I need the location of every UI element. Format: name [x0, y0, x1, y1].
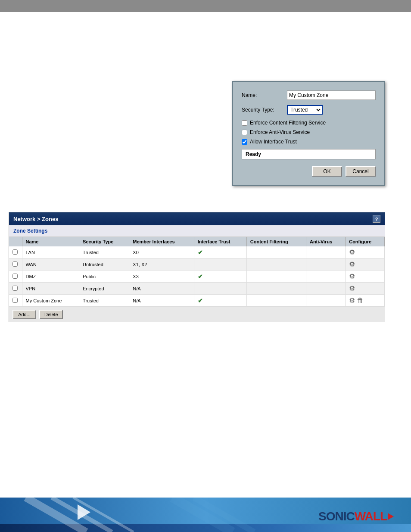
col-member-interfaces: Member Interfaces — [129, 237, 194, 246]
row-checkbox-cell — [9, 258, 22, 271]
row-configure: ⚙ — [346, 271, 385, 283]
add-zone-dialog: Name: Security Type: Trusted Untrusted P… — [232, 81, 385, 186]
name-input[interactable] — [287, 90, 376, 100]
row-checkbox[interactable] — [12, 286, 18, 291]
row-name: WAN — [22, 258, 79, 271]
security-type-row: Security Type: Trusted Untrusted Public … — [242, 105, 376, 115]
wall-text: WALL — [355, 510, 387, 523]
row-checkbox[interactable] — [12, 261, 18, 267]
checkbox-trust-row: Allow Interface Trust — [242, 139, 376, 145]
row-security-type: Trusted — [79, 295, 129, 307]
row-name: My Custom Zone — [22, 295, 79, 307]
row-checkbox-cell — [9, 295, 22, 307]
top-banner — [0, 0, 411, 12]
row-security-type: Public — [79, 271, 129, 283]
enforce-cfs-checkbox[interactable] — [242, 120, 247, 126]
add-button[interactable]: Add... — [12, 310, 36, 319]
row-content-filtering — [246, 271, 306, 283]
zone-settings-title: Zone Settings — [9, 225, 385, 237]
row-member-interfaces: N/A — [129, 283, 194, 295]
configure-icons: ⚙ — [349, 272, 381, 280]
checkbox-cfs-row: Enforce Content Filtering Service — [242, 120, 376, 126]
configure-edit-icon[interactable]: ⚙ — [349, 260, 355, 268]
row-content-filtering — [246, 295, 306, 307]
row-interface-trust — [194, 283, 246, 295]
table-row: LAN Trusted X0 ✔ ⚙ — [9, 246, 385, 258]
sonicwall-logo: SONICWALL — [318, 510, 394, 523]
col-interface-trust: Interface Trust — [194, 237, 246, 246]
configure-delete-icon[interactable]: 🗑 — [357, 297, 364, 305]
col-security-type: Security Type — [79, 237, 129, 246]
row-anti-virus — [306, 295, 345, 307]
status-text: Ready — [246, 151, 261, 157]
row-content-filtering — [246, 246, 306, 258]
row-name: DMZ — [22, 271, 79, 283]
row-configure: ⚙ — [346, 246, 385, 258]
row-member-interfaces: N/A — [129, 295, 194, 307]
dialog-wrapper: Name: Security Type: Trusted Untrusted P… — [0, 81, 411, 186]
sonic-text: SONIC — [318, 510, 355, 523]
name-row: Name: — [242, 90, 376, 100]
row-checkbox[interactable] — [12, 249, 18, 255]
configure-icons: ⚙ 🗑 — [349, 296, 381, 305]
row-content-filtering — [246, 258, 306, 271]
allow-interface-trust-checkbox[interactable] — [242, 139, 247, 145]
row-security-type: Trusted — [79, 246, 129, 258]
row-name: LAN — [22, 246, 79, 258]
name-label: Name: — [242, 92, 287, 98]
dialog-buttons: OK Cancel — [242, 166, 376, 177]
checkbox-av-row: Enforce Anti-Virus Service — [242, 129, 376, 135]
row-interface-trust: ✔ — [194, 295, 246, 307]
row-anti-virus — [306, 246, 345, 258]
configure-icons: ⚙ — [349, 260, 381, 268]
col-name: Name — [22, 237, 79, 246]
configure-edit-icon[interactable]: ⚙ — [349, 296, 355, 305]
row-member-interfaces: X0 — [129, 246, 194, 258]
row-anti-virus — [306, 271, 345, 283]
zones-table: Name Security Type Member Interfaces Int… — [9, 237, 385, 307]
checkmark-icon: ✔ — [198, 249, 203, 256]
row-checkbox-cell — [9, 283, 22, 295]
table-row: VPN Encrypted N/A ⚙ — [9, 283, 385, 295]
logo-arrow-icon — [388, 513, 394, 520]
enforce-av-checkbox[interactable] — [242, 130, 247, 135]
table-footer: Add... Delete — [9, 307, 385, 322]
allow-interface-trust-label: Allow Interface Trust — [250, 139, 297, 145]
checkmark-icon: ✔ — [198, 273, 203, 280]
play-icon-wrapper — [78, 504, 90, 520]
security-type-label: Security Type: — [242, 107, 287, 113]
row-security-type: Encrypted — [79, 283, 129, 295]
row-interface-trust — [194, 258, 246, 271]
col-anti-virus: Anti-Virus — [306, 237, 345, 246]
svg-line-0 — [26, 498, 86, 532]
row-name: VPN — [22, 283, 79, 295]
row-security-type: Untrusted — [79, 258, 129, 271]
cancel-button[interactable]: Cancel — [346, 166, 376, 177]
row-anti-virus — [306, 258, 345, 271]
row-content-filtering — [246, 283, 306, 295]
table-row: WAN Untrusted X1, X2 ⚙ — [9, 258, 385, 271]
row-interface-trust: ✔ — [194, 271, 246, 283]
ok-button[interactable]: OK — [312, 166, 342, 177]
row-configure: ⚙ 🗑 — [346, 295, 385, 307]
status-box: Ready — [242, 149, 376, 159]
bottom-branding: SONICWALL — [0, 489, 411, 532]
delete-button[interactable]: Delete — [39, 310, 63, 319]
row-configure: ⚙ — [346, 258, 385, 271]
play-triangle-icon — [78, 504, 90, 520]
security-type-select[interactable]: Trusted Untrusted Public Encrypted — [287, 105, 323, 115]
zones-header-title: Network > Zones — [13, 216, 58, 222]
table-row: DMZ Public X3 ✔ ⚙ — [9, 271, 385, 283]
configure-edit-icon[interactable]: ⚙ — [349, 248, 355, 256]
row-anti-virus — [306, 283, 345, 295]
row-checkbox-cell — [9, 271, 22, 283]
configure-icons: ⚙ — [349, 248, 381, 256]
configure-edit-icon[interactable]: ⚙ — [349, 272, 355, 280]
col-configure: Configure — [346, 237, 385, 246]
help-button[interactable]: ? — [373, 215, 380, 223]
configure-edit-icon[interactable]: ⚙ — [349, 284, 355, 292]
row-checkbox[interactable] — [12, 274, 18, 279]
zones-panel-header: Network > Zones ? — [9, 212, 385, 225]
table-header-row: Name Security Type Member Interfaces Int… — [9, 237, 385, 246]
row-checkbox[interactable] — [12, 298, 18, 303]
